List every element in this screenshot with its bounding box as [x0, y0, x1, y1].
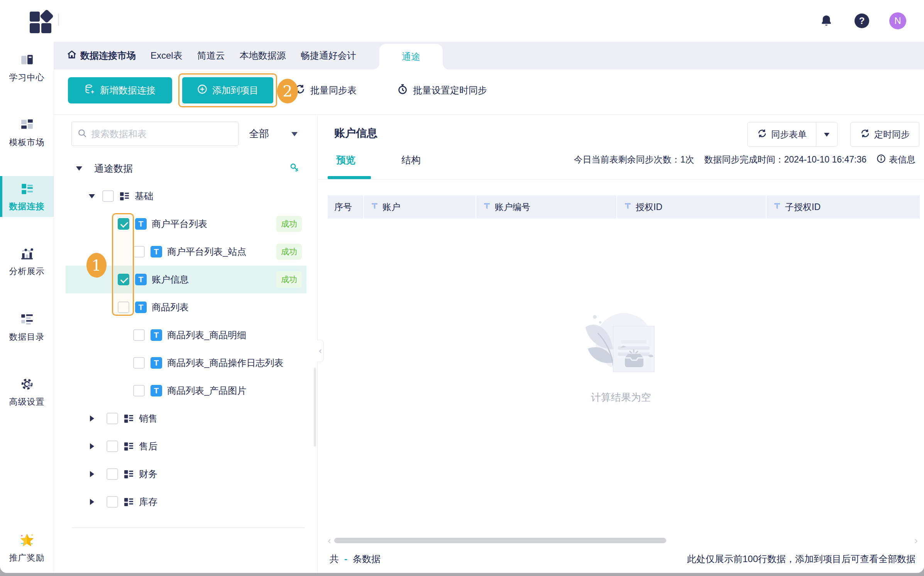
help-icon[interactable]: ?: [855, 14, 869, 28]
add-to-project-button[interactable]: 添加到项目: [182, 77, 273, 103]
topbar: ? N: [0, 0, 924, 42]
checkbox[interactable]: [118, 302, 129, 313]
tab-tongtu-active[interactable]: 通途: [379, 44, 443, 69]
plus-circle-icon: [197, 84, 208, 97]
collapsed-arrow-icon[interactable]: [90, 499, 97, 505]
batch-schedule-sync-button[interactable]: 批量设置定时同步: [397, 69, 487, 111]
workspace: 全部 通途数据 基础: [54, 116, 924, 573]
learning-center-icon: [20, 62, 34, 68]
tab-data-market[interactable]: 数据连接市场: [66, 49, 136, 62]
column-header-index[interactable]: 序号: [328, 195, 364, 219]
tab-jiandaoyun[interactable]: 简道云: [197, 49, 225, 62]
stopwatch-icon: [397, 83, 408, 97]
left-sidebar: 学习中心 模板市场 数据连接 分析展示: [0, 42, 54, 573]
row-count: 共-条数据: [330, 553, 381, 565]
app-window: ? N 学习中心 模板市场 数据连接: [0, 0, 924, 576]
collapsed-arrow-icon[interactable]: [90, 443, 97, 449]
tree-row-table[interactable]: T 商品列表_商品明细: [54, 321, 317, 349]
tab-preview[interactable]: 预览: [336, 154, 355, 166]
collapsed-arrow-icon[interactable]: [90, 471, 97, 477]
sidebar-item-advanced-settings[interactable]: 高级设置: [0, 371, 54, 412]
sidebar-item-data-connection[interactable]: 数据连接: [0, 176, 54, 217]
new-data-connection-button[interactable]: 新增数据连接: [68, 77, 172, 103]
column-header-auth-id[interactable]: 授权ID: [617, 195, 767, 219]
sidebar-item-data-catalog[interactable]: 数据目录: [0, 307, 54, 347]
avatar[interactable]: N: [889, 12, 906, 29]
sync-form-dropdown-button[interactable]: [816, 122, 837, 146]
search-input[interactable]: [91, 129, 233, 139]
table-icon: T: [151, 385, 162, 396]
sidebar-item-template-market[interactable]: 模板市场: [0, 112, 54, 153]
analysis-display-icon: [20, 256, 34, 262]
tree-row-table[interactable]: T 商户平台列表 成功: [54, 210, 317, 238]
scrollbar-thumb[interactable]: [334, 538, 666, 543]
expand-arrow-icon[interactable]: [89, 194, 95, 202]
row-count-value: -: [339, 554, 353, 564]
content-footer: 共-条数据 此处仅展示前100行数据，添加到项目后可查看全部数据: [330, 553, 916, 565]
scroll-right-arrow[interactable]: ›: [914, 538, 920, 543]
database-plus-icon: [85, 84, 95, 97]
divider: [318, 179, 924, 180]
sidebar-item-promotion-reward[interactable]: 推广奖励: [0, 527, 54, 568]
sidebar-item-learning-center[interactable]: 学习中心: [0, 47, 54, 88]
column-header-sub-auth-id[interactable]: 子授权ID: [767, 195, 920, 219]
checkbox[interactable]: [107, 496, 118, 508]
preview-limit-notice: 此处仅展示前100行数据，添加到项目后可查看全部数据: [687, 553, 916, 565]
tab-structure[interactable]: 结构: [401, 154, 421, 166]
datasource-tabstrip: 数据连接市场 Excel表 简道云 本地数据源 畅捷通好会计 通途: [54, 42, 924, 69]
empty-illustration: [575, 311, 667, 378]
tree-row-group[interactable]: 销售: [54, 405, 317, 432]
tree-scrollbar[interactable]: [314, 368, 316, 447]
tree-row-table[interactable]: T 商品列表: [54, 293, 317, 321]
checkbox[interactable]: [102, 190, 114, 202]
checkbox[interactable]: [107, 440, 118, 452]
tab-excel[interactable]: Excel表: [151, 49, 183, 62]
sync-icon: [757, 128, 767, 141]
tree-root-tongtu-data[interactable]: 通途数据: [54, 154, 317, 182]
tree-filter-dropdown[interactable]: 全部: [249, 122, 298, 146]
filter-icon[interactable]: [773, 202, 781, 212]
checkbox[interactable]: [133, 329, 145, 341]
scroll-left-arrow[interactable]: ‹: [328, 538, 333, 543]
table-info-button[interactable]: 表信息: [877, 154, 916, 166]
sidebar-item-analysis-display[interactable]: 分析展示: [0, 241, 54, 282]
tree-row-table[interactable]: T 商品列表_产品图片: [54, 377, 317, 405]
schedule-sync-button[interactable]: 定时同步: [850, 122, 919, 147]
column-header-account-no[interactable]: 账户编号: [476, 195, 617, 219]
tab-local-datasource[interactable]: 本地数据源: [240, 49, 286, 62]
tree-row-group[interactable]: 财务: [54, 460, 317, 488]
filter-icon[interactable]: [624, 202, 632, 212]
auth-key-icon[interactable]: [289, 162, 300, 174]
checkbox[interactable]: [133, 385, 145, 396]
main-window: ? N 学习中心 模板市场 数据连接: [0, 0, 924, 573]
filter-icon[interactable]: [483, 202, 491, 212]
connection-toolbar: 新增数据连接 添加到项目 2 批量同步表: [54, 69, 924, 115]
checkbox[interactable]: [133, 246, 145, 258]
annotation-step-1: 1: [86, 253, 107, 278]
checkbox[interactable]: [133, 357, 145, 369]
sync-form-button[interactable]: 同步表单: [748, 122, 816, 146]
checkbox-checked[interactable]: [118, 274, 129, 285]
group-icon: [119, 191, 130, 202]
group-icon: [124, 441, 134, 452]
checkbox[interactable]: [107, 468, 118, 480]
horizontal-scrollbar: ‹ ›: [328, 537, 920, 544]
checkbox[interactable]: [107, 413, 118, 424]
tree-row-group[interactable]: 库存: [54, 488, 317, 516]
batch-sync-button[interactable]: 批量同步表: [294, 69, 357, 111]
tree-row-group[interactable]: 售后: [54, 432, 317, 460]
tab-changjietong[interactable]: 畅捷通好会计: [301, 49, 356, 62]
collapsed-arrow-icon[interactable]: [90, 415, 97, 422]
checkbox-checked[interactable]: [118, 218, 129, 230]
column-header-account[interactable]: 账户: [364, 195, 476, 219]
annotation-step-2: 2: [277, 79, 298, 103]
panel-collapse-handle[interactable]: ‹: [317, 340, 324, 362]
chevron-down-icon: [291, 132, 298, 139]
tree-row-table[interactable]: T 商品列表_商品操作日志列表: [54, 349, 317, 377]
app-logo-icon[interactable]: [30, 11, 52, 33]
filter-icon[interactable]: [371, 202, 379, 212]
tree-search[interactable]: [71, 122, 239, 146]
expand-arrow-icon[interactable]: [76, 166, 82, 174]
notification-bell-icon[interactable]: [818, 13, 834, 29]
tree-row-group[interactable]: 基础: [54, 182, 317, 210]
